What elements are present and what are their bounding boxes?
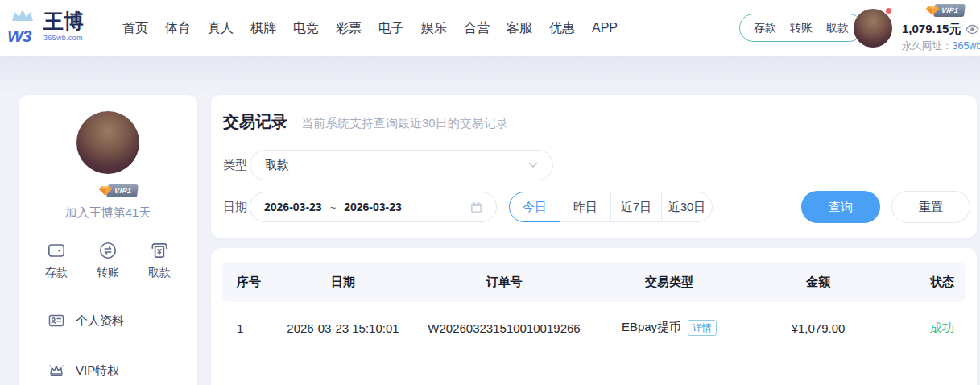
atm-card-icon — [149, 240, 170, 261]
profile-vip-badge: VIP1 — [29, 184, 208, 197]
type-select-value: 取款 — [265, 158, 289, 173]
sidebar-item-label: VIP特权 — [76, 363, 119, 379]
nav-app[interactable]: APP — [592, 21, 618, 35]
page-subtitle: 当前系统支持查询最近30日的交易记录 — [301, 116, 508, 131]
transaction-type-text: EBpay提币 — [622, 320, 681, 335]
crown-outline-icon — [47, 361, 66, 380]
date-from-value: 2026-03-23 — [264, 201, 322, 213]
type-select[interactable]: 取款 — [250, 150, 553, 180]
header-shadow-band — [0, 56, 980, 95]
nav-sports[interactable]: 体育 — [165, 20, 191, 37]
balance-amount: 1,079.15元 — [902, 22, 961, 37]
calendar-icon — [470, 201, 482, 213]
header-withdraw-button[interactable]: 取款 — [826, 21, 849, 35]
cell-order-no: W202603231510010019266 — [416, 321, 593, 335]
permanent-url-label: 永久网址： — [902, 40, 953, 52]
top-navbar: W3 王博 365wb.com 首页 体育 真人 棋牌 电竞 彩票 电子 娱乐 … — [0, 0, 980, 56]
vip-badge: VIP1 — [926, 4, 980, 19]
eye-icon[interactable] — [966, 24, 979, 35]
site-name: 王博 — [43, 10, 84, 33]
profile-avatar[interactable] — [76, 111, 139, 174]
nav-home[interactable]: 首页 — [122, 20, 148, 37]
nav-board-games[interactable]: 棋牌 — [250, 20, 276, 37]
header-transfer-button[interactable]: 转账 — [790, 21, 813, 35]
site-domain: 365wb.com — [43, 34, 84, 42]
status-badge: 成功 — [891, 321, 966, 336]
col-amount: 金额 — [746, 275, 891, 290]
table-row: 1 2026-03-23 15:10:01 W20260323151001001… — [222, 302, 966, 354]
profile-sidebar: VIP1 加入王博第41天 存款 转账 — [19, 95, 197, 385]
reset-button[interactable]: 重置 — [891, 191, 970, 223]
header-quick-actions: 存款 转账 取款 — [739, 14, 863, 42]
sidebar-item-vip[interactable]: VIP特权 — [19, 361, 197, 380]
sidebar-item-label: 个人资料 — [76, 313, 124, 329]
table-header-row: 序号 日期 订单号 交易类型 金额 状态 — [222, 262, 966, 302]
nav-partner[interactable]: 合营 — [464, 20, 490, 37]
preset-7days-button[interactable]: 近7日 — [610, 192, 662, 222]
col-index: 序号 — [222, 275, 271, 290]
nav-promo[interactable]: 优惠 — [549, 20, 575, 37]
nav-slots[interactable]: 电子 — [378, 20, 404, 37]
quick-link-label: 转账 — [97, 266, 119, 280]
page: W3 王博 365wb.com 首页 体育 真人 棋牌 电竞 彩票 电子 娱乐 … — [0, 0, 980, 385]
preset-today-button[interactable]: 今日 — [509, 192, 560, 222]
sidebar-deposit-button[interactable]: 存款 — [45, 240, 68, 280]
quick-link-label: 存款 — [45, 266, 68, 280]
date-range-presets: 今日 昨日 近7日 近30日 — [509, 192, 713, 222]
col-order-no: 订单号 — [416, 275, 593, 290]
transaction-filter-card: 交易记录 当前系统支持查询最近30日的交易记录 类型： 取款 日期： 2026-… — [211, 95, 977, 238]
account-info: VIP1 1,079.15元 — [902, 4, 980, 53]
join-days-text: 加入王博第41天 — [19, 205, 197, 221]
logo-w3-text: W3 — [7, 27, 31, 46]
cell-type: EBpay提币 详情 — [593, 320, 746, 336]
cell-date: 2026-03-23 15:10:01 — [271, 321, 416, 335]
permanent-url-link[interactable]: 365wb.com — [953, 40, 980, 52]
transfer-icon — [97, 240, 118, 261]
crown-icon — [10, 9, 35, 23]
preset-yesterday-button[interactable]: 昨日 — [560, 192, 611, 222]
col-date: 日期 — [271, 275, 416, 290]
logo-mark: W3 — [6, 7, 39, 49]
cell-index: 1 — [222, 321, 271, 335]
nav-entertainment[interactable]: 娱乐 — [421, 20, 447, 37]
col-type: 交易类型 — [593, 275, 746, 290]
col-status: 状态 — [891, 275, 966, 290]
header-deposit-button[interactable]: 存款 — [754, 21, 776, 35]
detail-link[interactable]: 详情 — [688, 320, 717, 336]
preset-30days-button[interactable]: 近30日 — [661, 192, 713, 222]
date-to-value: 2026-03-23 — [344, 201, 402, 213]
transaction-table: 序号 日期 订单号 交易类型 金额 状态 1 2026-03-23 15:10:… — [222, 262, 966, 354]
date-separator: ~ — [330, 201, 337, 213]
sidebar-transfer-button[interactable]: 转账 — [97, 240, 119, 280]
page-title: 交易记录 — [223, 111, 287, 133]
sidebar-withdraw-button[interactable]: 取款 — [148, 240, 171, 280]
sidebar-quick-links: 存款 转账 取款 — [19, 240, 197, 280]
nav-esports[interactable]: 电竞 — [293, 20, 319, 37]
quick-link-label: 取款 — [148, 266, 171, 280]
nav-lottery[interactable]: 彩票 — [336, 20, 362, 37]
transaction-table-card: 序号 日期 订单号 交易类型 金额 状态 1 2026-03-23 15:10:… — [211, 248, 977, 385]
chevron-down-icon — [528, 162, 538, 168]
id-card-icon — [47, 311, 66, 330]
nav-service[interactable]: 客服 — [507, 20, 532, 37]
nav-live[interactable]: 真人 — [208, 20, 234, 37]
permanent-url: 永久网址：365wb.com — [902, 39, 980, 53]
logo[interactable]: W3 王博 365wb.com — [6, 7, 84, 49]
cell-amount: ¥1,079.00 — [746, 321, 891, 335]
logo-text: 王博 365wb.com — [43, 7, 84, 42]
main-nav: 首页 体育 真人 棋牌 电竞 彩票 电子 娱乐 合营 客服 优惠 APP — [122, 0, 618, 56]
search-button[interactable]: 查询 — [801, 191, 880, 223]
gem-icon — [99, 185, 112, 197]
sidebar-item-profile[interactable]: 个人资料 — [19, 311, 197, 330]
gem-icon — [926, 5, 939, 16]
notification-dot — [884, 6, 893, 15]
date-range-input[interactable]: 2026-03-23 ~ 2026-03-23 — [250, 192, 497, 222]
wallet-icon — [46, 240, 67, 261]
